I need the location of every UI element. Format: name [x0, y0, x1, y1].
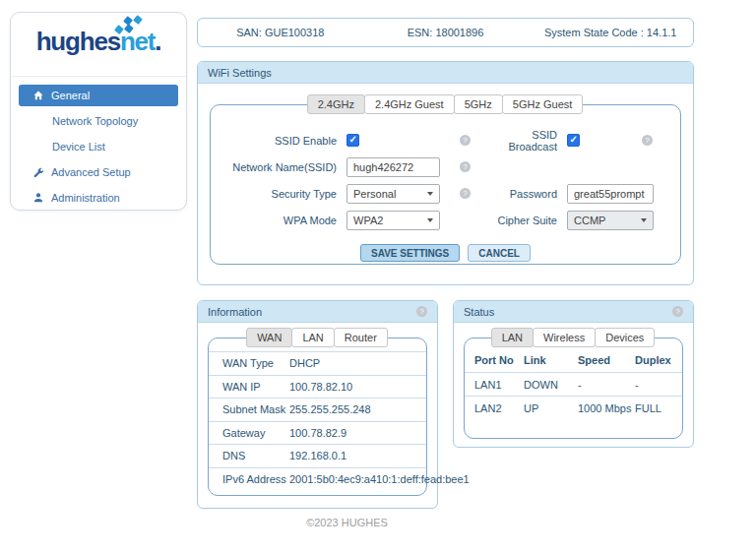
row-label: Subnet Mask [222, 403, 289, 415]
table-row: DNS 192.168.0.1 [209, 444, 426, 467]
information-table: WAN Type DHCP WAN IP 100.78.82.10 Subnet… [208, 338, 427, 496]
form-row-security: Security Type Personal Password [211, 180, 680, 207]
cipher-suite-select[interactable]: CCMP [567, 211, 654, 230]
table-row: LAN1 DOWN - - [465, 372, 682, 396]
wpa-mode-label: WPA Mode [211, 215, 337, 226]
ssid-broadcast-checkbox[interactable] [567, 134, 580, 147]
cell-duplex: - [635, 379, 672, 391]
tab-5ghz-guest[interactable]: 5GHz Guest [502, 94, 584, 114]
security-type-select[interactable]: Personal [346, 184, 440, 204]
help-icon[interactable] [642, 135, 653, 146]
form-row-network-name: Network Name(SSID) [211, 154, 680, 180]
table-row: Gateway 100.78.82.9 [209, 421, 426, 445]
row-label: IPv6 Address [222, 473, 289, 485]
tab-24ghz-guest[interactable]: 2.4GHz Guest [364, 94, 455, 114]
logo-text-dot: . [155, 27, 160, 56]
cell-speed: - [578, 379, 635, 391]
chevron-down-icon [641, 218, 647, 222]
tab-status-lan[interactable]: LAN [491, 328, 534, 347]
col-duplex: Duplex [635, 354, 672, 366]
help-icon[interactable] [460, 135, 471, 146]
wifi-band-tabs: 2.4GHz 2.4GHz Guest 5GHz 5GHz Guest [198, 94, 693, 114]
network-name-input[interactable] [346, 157, 440, 177]
sidebar-divider [11, 76, 186, 77]
wpa-mode-value: WPA2 [353, 215, 383, 226]
system-state-code: System State Code : 14.1.1 [528, 27, 693, 38]
sidebar-item-advanced-setup[interactable]: Advanced Setup [19, 161, 178, 183]
security-type-label: Security Type [211, 188, 337, 200]
table-row: WAN IP 100.78.82.10 [209, 375, 426, 399]
wpa-mode-select[interactable]: WPA2 [346, 211, 440, 230]
row-value: DHCP [289, 357, 412, 369]
help-icon[interactable] [460, 188, 471, 199]
tab-5ghz[interactable]: 5GHz [454, 94, 503, 114]
information-title: Information [208, 306, 262, 318]
chevron-down-icon [427, 218, 433, 222]
help-icon[interactable] [416, 306, 427, 317]
logo-text: hughesnet. [11, 29, 186, 54]
sidebar-menu: General Network Topology Device List Adv… [11, 85, 186, 209]
row-label: Gateway [222, 427, 289, 439]
wifi-settings-title: WiFi Settings [208, 67, 272, 79]
save-settings-button[interactable]: SAVE SETTINGS [360, 244, 460, 262]
help-icon[interactable] [460, 161, 471, 172]
row-value: 2001:5b0:4ec9:a410:1:deff:fead:bee1 [289, 473, 470, 485]
col-port-no: Port No [474, 354, 524, 366]
table-row: LAN2 UP 1000 Mbps FULL [465, 396, 682, 419]
row-label: DNS [222, 450, 289, 461]
wifi-settings-header: WiFi Settings [198, 62, 693, 84]
home-icon [32, 90, 44, 101]
help-icon[interactable] [672, 306, 683, 317]
wifi-settings-panel: WiFi Settings 2.4GHz 2.4GHz Guest 5GHz 5… [197, 61, 694, 285]
sidebar: hughesnet. General Network Topology Devi… [10, 12, 187, 211]
tab-24ghz[interactable]: 2.4GHz [307, 94, 365, 114]
sidebar-item-label: General [51, 90, 90, 101]
logo-text-hughes: hughes [36, 27, 120, 56]
cipher-suite-value: CCMP [574, 215, 605, 226]
row-label: WAN IP [222, 381, 289, 393]
row-label: WAN Type [222, 357, 289, 369]
network-name-label: Network Name(SSID) [211, 161, 337, 173]
cancel-button[interactable]: CANCEL [468, 244, 531, 262]
tab-devices[interactable]: Devices [595, 328, 655, 347]
sidebar-item-administration[interactable]: Administration [19, 187, 178, 209]
hughesnet-logo: hughesnet. [11, 13, 186, 68]
sidebar-item-label: Device List [52, 141, 105, 153]
table-row: IPv6 Address 2001:5b0:4ec9:a410:1:deff:f… [209, 467, 426, 491]
table-header-row: Port No Link Speed Duplex [465, 348, 682, 372]
sidebar-item-general[interactable]: General [19, 85, 178, 106]
row-value: 255.255.255.248 [289, 403, 412, 415]
password-input[interactable] [567, 184, 654, 204]
wrench-icon [32, 166, 44, 178]
person-icon [32, 192, 44, 204]
row-value: 192.168.0.1 [289, 450, 412, 461]
system-info-bar: SAN: GUE100318 ESN: 18001896 System Stat… [197, 18, 694, 47]
password-label: Password [480, 188, 557, 200]
esn-value: ESN: 18001896 [363, 27, 529, 38]
row-value: 100.78.82.10 [289, 381, 412, 393]
tab-wireless[interactable]: Wireless [533, 328, 596, 347]
tab-lan[interactable]: LAN [291, 328, 334, 347]
form-row-wpa: WPA Mode WPA2 Cipher Suite CCMP [211, 207, 680, 233]
copyright-text: ©2023 HUGHES [0, 517, 694, 528]
ssid-broadcast-label: SSID Broadcast [480, 129, 557, 153]
cell-link: UP [524, 402, 578, 414]
sidebar-item-network-topology[interactable]: Network Topology [19, 110, 178, 132]
form-buttons: SAVE SETTINGS CANCEL [211, 244, 680, 262]
tab-wan[interactable]: WAN [246, 328, 292, 347]
cell-port: LAN2 [474, 402, 524, 414]
ssid-enable-checkbox[interactable] [346, 134, 359, 147]
sidebar-item-label: Advanced Setup [51, 166, 131, 178]
row-value: 100.78.82.9 [289, 427, 412, 439]
status-title: Status [464, 306, 494, 318]
col-link: Link [524, 354, 578, 366]
tab-router[interactable]: Router [334, 328, 388, 347]
sidebar-item-device-list[interactable]: Device List [19, 136, 178, 157]
table-row: Subnet Mask 255.255.255.248 [209, 398, 426, 421]
sidebar-item-label: Network Topology [52, 115, 138, 127]
status-table: Port No Link Speed Duplex LAN1 DOWN - - … [464, 338, 683, 439]
sidebar-item-label: Administration [51, 192, 120, 204]
information-header: Information [198, 301, 437, 323]
information-panel: Information WAN LAN Router WAN Type DHCP… [197, 300, 438, 509]
col-speed: Speed [578, 354, 635, 366]
